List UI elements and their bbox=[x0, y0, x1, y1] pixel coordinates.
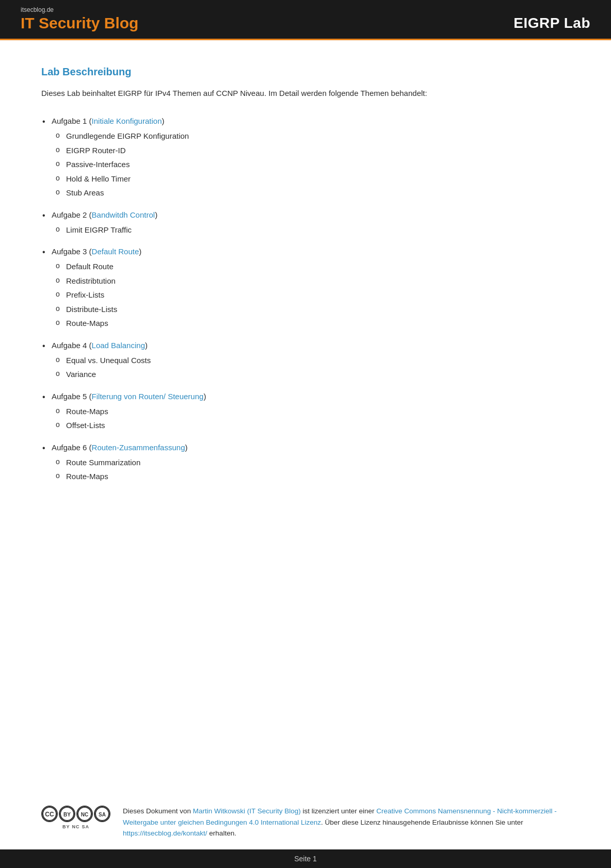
section-heading: Lab Beschreibung bbox=[41, 66, 570, 78]
sub-list-item: Route Summarization bbox=[66, 456, 570, 469]
page-title: EIGRP Lab bbox=[513, 15, 590, 31]
sub-list: Route Summarization Route-Maps bbox=[52, 456, 570, 483]
sub-list: Route-Maps Offset-Lists bbox=[52, 405, 570, 432]
footer-author-link[interactable]: Martin Witkowski (IT Security Blog) bbox=[193, 807, 301, 815]
cc-label-sa: SA bbox=[82, 824, 90, 829]
task-link[interactable]: Routen-Zusammenfassung bbox=[92, 443, 185, 452]
task-label-close: ) bbox=[155, 210, 157, 219]
task-label-close: ) bbox=[162, 117, 165, 125]
footer-text-after-license: . Über diese Lizenz hinausgehende Erlaub… bbox=[321, 818, 523, 826]
sub-list-item: Prefix-Lists bbox=[66, 288, 570, 302]
cc-label-row: BY NC SA bbox=[62, 824, 89, 829]
sub-list: Limit EIGRP Traffic bbox=[52, 223, 570, 237]
sub-list-item: Variance bbox=[66, 368, 570, 381]
header-left: itsecblog.de IT Security Blog bbox=[21, 6, 138, 31]
task-label-close: ) bbox=[145, 341, 148, 350]
sub-list-item: Offset-Lists bbox=[66, 419, 570, 432]
nc-icon: NC bbox=[76, 806, 93, 822]
sub-list-item: Default Route bbox=[66, 260, 570, 273]
task-link[interactable]: Initiale Konfiguration bbox=[92, 117, 162, 125]
sub-list: Grundlegende EIGRP Konfiguration EIGRP R… bbox=[52, 129, 570, 200]
task-label: Aufgabe 2 ( bbox=[52, 210, 92, 219]
cc-label-by: BY bbox=[62, 824, 70, 829]
sub-list-item: EIGRP Router-ID bbox=[66, 144, 570, 157]
main-content: Lab Beschreibung Dieses Lab beinhaltet E… bbox=[0, 40, 611, 790]
footer-text: Dieses Dokument von Martin Witkowski (IT… bbox=[123, 806, 570, 839]
sub-list-item: Passive-Interfaces bbox=[66, 158, 570, 171]
cc-label-nc: NC bbox=[72, 824, 80, 829]
site-name: IT Security Blog bbox=[21, 14, 138, 31]
list-item: Aufgabe 3 (Default Route) Default Route … bbox=[52, 245, 570, 330]
task-label-close: ) bbox=[203, 392, 206, 401]
footer-text-before-author: Dieses Dokument von bbox=[123, 807, 193, 815]
task-list: Aufgabe 1 (Initiale Konfiguration) Grund… bbox=[41, 115, 570, 483]
by-icon: BY bbox=[59, 806, 75, 822]
sub-list-item: Redistribtution bbox=[66, 274, 570, 288]
task-link[interactable]: Filterung von Routen/ Steuerung bbox=[92, 392, 204, 401]
footer-text-after-author: ist lizenziert unter einer bbox=[301, 807, 376, 815]
task-label: Aufgabe 5 ( bbox=[52, 392, 92, 401]
svg-text:SA: SA bbox=[99, 812, 106, 817]
sub-list-item: Stub Areas bbox=[66, 186, 570, 200]
svg-text:BY: BY bbox=[63, 812, 71, 817]
list-item: Aufgabe 4 (Load Balancing) Equal vs. Une… bbox=[52, 339, 570, 381]
list-item: Aufgabe 1 (Initiale Konfiguration) Grund… bbox=[52, 115, 570, 200]
svg-text:CC: CC bbox=[45, 811, 54, 818]
intro-text: Dieses Lab beinhaltet EIGRP für IPv4 The… bbox=[41, 87, 570, 100]
cc-icon: CC bbox=[41, 806, 58, 822]
footer-contact-link[interactable]: https://itsecblog.de/kontakt/ bbox=[123, 829, 207, 837]
sub-list-item: Route-Maps bbox=[66, 405, 570, 418]
sub-list: Default Route Redistribtution Prefix-Lis… bbox=[52, 260, 570, 330]
task-label-close: ) bbox=[139, 247, 141, 256]
task-label: Aufgabe 3 ( bbox=[52, 247, 92, 256]
sub-list-item: Limit EIGRP Traffic bbox=[66, 223, 570, 237]
list-item: Aufgabe 6 (Routen-Zusammenfassung) Route… bbox=[52, 441, 570, 483]
page-number: Seite 1 bbox=[294, 855, 317, 863]
sub-list: Equal vs. Unequal Costs Variance bbox=[52, 354, 570, 381]
page-footer-bar: Seite 1 bbox=[0, 849, 611, 868]
task-label: Aufgabe 1 ( bbox=[52, 117, 92, 125]
cc-icons-row: CC BY NC SA bbox=[41, 806, 110, 822]
footer-section: CC BY NC SA bbox=[0, 790, 611, 849]
sub-list-item: Hold & Hello Timer bbox=[66, 172, 570, 186]
task-link[interactable]: Load Balancing bbox=[92, 341, 145, 350]
sub-list-item: Distribute-Lists bbox=[66, 303, 570, 316]
list-item: Aufgabe 5 (Filterung von Routen/ Steueru… bbox=[52, 390, 570, 432]
task-label-close: ) bbox=[185, 443, 188, 452]
task-label: Aufgabe 6 ( bbox=[52, 443, 92, 452]
sub-list-item: Grundlegende EIGRP Konfiguration bbox=[66, 129, 570, 143]
footer-text-end: erhalten. bbox=[207, 829, 236, 837]
sub-list-item: Route-Maps bbox=[66, 317, 570, 330]
sub-list-item: Route-Maps bbox=[66, 470, 570, 483]
cc-license-badge: CC BY NC SA bbox=[41, 806, 110, 829]
task-link[interactable]: Bandwitdh Control bbox=[92, 210, 155, 219]
task-label: Aufgabe 4 ( bbox=[52, 341, 92, 350]
list-item: Aufgabe 2 (Bandwitdh Control) Limit EIGR… bbox=[52, 209, 570, 237]
svg-text:NC: NC bbox=[81, 812, 88, 817]
page-header: itsecblog.de IT Security Blog EIGRP Lab bbox=[0, 0, 611, 39]
sa-icon: SA bbox=[94, 806, 110, 822]
header-domain: itsecblog.de bbox=[21, 6, 138, 13]
task-link[interactable]: Default Route bbox=[92, 247, 139, 256]
sub-list-item: Equal vs. Unequal Costs bbox=[66, 354, 570, 367]
